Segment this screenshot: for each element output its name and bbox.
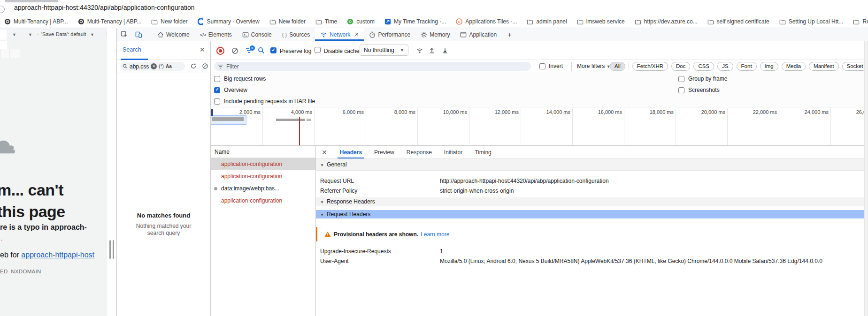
request-row[interactable]: application-configuration — [211, 158, 315, 170]
export-har-icon[interactable] — [442, 47, 448, 54]
tab-performance[interactable]: Performance — [364, 28, 415, 41]
filter-pill-doc[interactable]: Doc — [671, 62, 690, 71]
error-search-link[interactable]: approach-httpapi-host — [21, 251, 94, 259]
close-details-icon[interactable]: ✕ — [322, 149, 327, 156]
orange-icon — [456, 18, 462, 25]
invert-checkbox[interactable] — [539, 63, 545, 69]
search-input[interactable]: abp.css ✕ (*) Aa — [120, 62, 185, 71]
funnel-icon — [218, 64, 223, 69]
cloud-error-icon: ☁ — [0, 120, 17, 162]
filter-pill-all[interactable]: All — [610, 62, 625, 71]
bookmark-item[interactable]: New folder — [269, 18, 306, 25]
filter-pill-img[interactable]: Img — [760, 62, 778, 71]
chevron-down-icon[interactable]: ▼ — [28, 32, 32, 37]
bookmark-item[interactable]: My Time Tracking -... — [384, 18, 446, 25]
details-tab-response[interactable]: Response — [400, 146, 438, 158]
details-tab-initiator[interactable]: Initiator — [438, 146, 469, 158]
general-section-header[interactable]: ▼General — [316, 159, 868, 171]
bookmark-item[interactable]: admin panel — [527, 18, 567, 25]
more-filters-dropdown[interactable]: More filters ▼ — [577, 63, 611, 69]
bookmark-item[interactable]: Rocket... — [853, 18, 868, 25]
address-bar[interactable]: approach-httpapi-host:44320/api/abp/appl… — [0, 0, 868, 16]
match-case-toggle[interactable]: Aa — [166, 64, 172, 69]
warning-text: Provisional headers are shown. — [334, 231, 418, 238]
request-row[interactable]: application-configuration — [211, 195, 315, 207]
request-row[interactable]: application-configuration — [211, 170, 315, 182]
screenshots-checkbox[interactable] — [678, 87, 684, 93]
response-headers-section-header[interactable]: ▼Response Headers — [316, 197, 868, 206]
bookmark-item[interactable]: Time — [315, 18, 337, 25]
group-by-frame-checkbox[interactable] — [678, 76, 684, 82]
timeline-gridline — [262, 108, 263, 145]
import-har-icon[interactable] — [429, 47, 435, 54]
resizer-grip — [113, 240, 114, 259]
regex-toggle[interactable]: (*) — [159, 64, 164, 69]
scrollbar-track[interactable] — [864, 41, 868, 316]
filter-pill-font[interactable]: Font — [737, 62, 757, 71]
network-conditions-icon[interactable] — [416, 47, 423, 54]
tab-console[interactable]: Console — [237, 28, 277, 41]
record-button[interactable] — [216, 47, 224, 55]
details-tab-preview[interactable]: Preview — [368, 146, 400, 158]
bookmark-item[interactable]: custom — [347, 18, 375, 25]
add-tab-button[interactable]: + — [502, 28, 517, 41]
save-data-dropdown[interactable]: 'Save-Data': default — [41, 31, 86, 37]
close-tab-icon[interactable]: ✕ — [354, 31, 359, 38]
bookmark-item[interactable]: lmsweb service — [577, 18, 625, 25]
disable-cache-checkbox[interactable] — [315, 47, 321, 53]
timeline-tick-label: 8,000 ms — [375, 109, 415, 115]
filter-input[interactable]: Filter — [214, 62, 531, 71]
request-headers-section-header[interactable]: ▼Request Headers — [316, 210, 868, 218]
throttling-dropdown[interactable]: No throttling ▼ — [360, 45, 408, 56]
search-empty-state: No matches found Nothing matched your se… — [117, 212, 210, 237]
network-overview-timeline[interactable]: 2,000 ms4,000 ms6,000 ms8,000 ms10,000 m… — [211, 107, 868, 146]
bookmark-item[interactable]: New folder — [151, 18, 187, 25]
bookmark-item[interactable]: Setting Up Local Htt... — [779, 18, 844, 25]
bookmark-item[interactable]: Multi-Tenancy | ABP... — [4, 18, 68, 25]
preserve-log-checkbox[interactable] — [270, 47, 277, 53]
search-query[interactable]: abp.css — [130, 63, 149, 70]
chevron-down-icon[interactable]: ▼ — [90, 32, 94, 37]
request-row[interactable]: data:image/webp;bas... — [211, 182, 315, 195]
name-column-header[interactable]: Name — [211, 146, 315, 158]
learn-more-link[interactable]: Learn more — [421, 231, 449, 238]
close-search-icon[interactable]: ✕ — [200, 46, 205, 53]
details-tab-timing[interactable]: Timing — [469, 146, 498, 158]
bookmark-item[interactable]: https://dev.azure.co... — [635, 18, 698, 25]
bookmark-item[interactable]: Summary - Overview — [198, 18, 260, 25]
bookmark-item[interactable]: self signed certificate — [707, 18, 769, 25]
filter-pill-css[interactable]: CSS — [693, 62, 714, 71]
overview-checkbox[interactable] — [214, 87, 220, 93]
clear-network-log-icon[interactable] — [231, 47, 238, 54]
clear-results-icon[interactable] — [202, 63, 208, 69]
include-pending-checkbox[interactable] — [214, 98, 220, 105]
dock-resizer[interactable] — [107, 28, 116, 316]
filter-pill-js[interactable]: JS — [717, 62, 733, 71]
tab-application[interactable]: Application — [455, 28, 502, 41]
bookmark-item[interactable]: Multi-Tenancy | ABP... — [78, 18, 142, 25]
big-request-rows-checkbox[interactable] — [214, 76, 220, 82]
search-network-icon[interactable] — [258, 47, 265, 54]
waterfall-bar — [307, 119, 311, 121]
filter-pill-fetch-xhr[interactable]: Fetch/XHR — [632, 62, 668, 71]
clear-query-icon[interactable]: ✕ — [151, 63, 157, 69]
no-matches-title: No matches found — [117, 212, 210, 219]
tab-welcome[interactable]: Welcome — [152, 28, 195, 41]
device-toolbar-icon[interactable] — [131, 28, 146, 41]
filter-pill-manifest[interactable]: Manifest — [809, 62, 838, 71]
filter-pill-media[interactable]: Media — [782, 62, 806, 71]
details-tab-headers[interactable]: Headers — [334, 146, 368, 158]
tab-elements[interactable]: </>Elements — [195, 28, 237, 41]
tab-sources[interactable]: { }Sources — [277, 28, 315, 41]
filter-toggle-icon[interactable]: ✕ — [246, 48, 252, 53]
tab-search[interactable]: Search — [123, 46, 141, 53]
inspect-element-icon[interactable] — [117, 28, 131, 41]
tab-memory[interactable]: Memory — [415, 28, 455, 41]
chevron-down-icon[interactable]: ▼ — [12, 32, 16, 37]
divider — [571, 62, 572, 71]
bookmark-item[interactable]: Applications Tiles -... — [456, 18, 517, 25]
address-bar-url[interactable]: approach-httpapi-host:44320/api/abp/appl… — [14, 4, 195, 11]
tab-network[interactable]: Network✕ — [315, 28, 364, 41]
refresh-icon[interactable] — [190, 63, 197, 69]
tab-label: Application — [469, 31, 497, 38]
